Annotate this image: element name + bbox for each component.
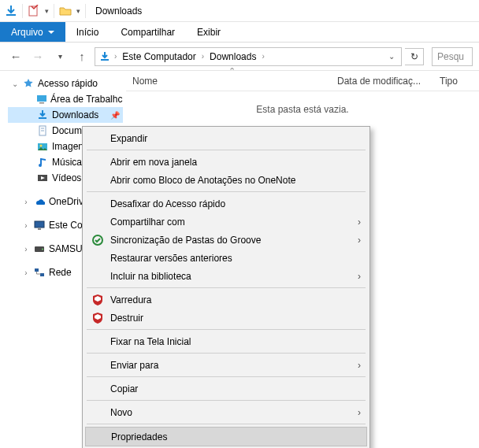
downloads-icon	[98, 50, 111, 63]
ctx-properties[interactable]: Propriedades	[85, 427, 367, 446]
ctx-groove-sync[interactable]: Sincronização de Pastas do Groove›	[85, 231, 367, 249]
ctx-pin-start[interactable]: Fixar na Tela Inicial	[85, 332, 367, 350]
tree-downloads[interactable]: Downloads 📌	[8, 107, 123, 123]
search-placeholder: Pesqu	[437, 51, 464, 62]
nav-row: ← → ▾ ↑ › Este Computador › Downloads › …	[0, 43, 479, 71]
column-headers: ⌃ Nome Data de modificaç... Tipo	[126, 71, 479, 91]
network-icon	[33, 266, 46, 279]
chevron-right-icon: ›	[358, 407, 361, 418]
column-date[interactable]: Data de modificaç...	[331, 76, 433, 87]
ctx-scan[interactable]: Varredura	[85, 291, 367, 309]
downloads-icon	[5, 5, 17, 17]
chevron-down-icon[interactable]: ▾	[76, 7, 80, 15]
ribbon: Arquivo Início Compartilhar Exibir	[0, 22, 479, 43]
breadcrumb-separator[interactable]: ›	[113, 52, 118, 61]
svg-rect-14	[35, 268, 39, 272]
chevron-right-icon[interactable]: ›	[22, 198, 30, 206]
separator	[54, 4, 54, 18]
breadcrumb-segment[interactable]: Este Computador	[120, 51, 198, 62]
mcafee-icon	[90, 294, 106, 306]
chevron-down-icon[interactable]: ▾	[45, 7, 49, 15]
separator	[87, 329, 366, 330]
tab-share[interactable]: Compartilhar	[110, 22, 186, 42]
svg-rect-10	[35, 221, 44, 228]
tab-home[interactable]: Início	[65, 22, 110, 42]
empty-folder-text: Esta pasta está vazia.	[126, 104, 479, 115]
tree-label: Acesso rápido	[38, 78, 98, 89]
ctx-send-to[interactable]: Enviar para›	[85, 356, 367, 374]
column-name[interactable]: Nome	[126, 76, 331, 87]
separator	[85, 4, 86, 18]
up-button[interactable]: ↑	[72, 47, 91, 66]
separator	[87, 287, 366, 288]
separator	[87, 150, 366, 150]
ctx-destroy[interactable]: Destruir	[85, 309, 367, 327]
ctx-unpin-quick-access[interactable]: Desafixar do Acesso rápido	[85, 194, 367, 213]
back-button[interactable]: ←	[6, 47, 25, 66]
pictures-icon	[36, 140, 49, 153]
documents-icon	[36, 124, 49, 137]
separator	[22, 4, 23, 18]
separator	[87, 424, 366, 424]
ctx-include-library[interactable]: Incluir na biblioteca›	[85, 267, 367, 285]
tree-label: Música	[52, 157, 82, 168]
tree-quick-access[interactable]: ⌄ Acesso rápido	[8, 76, 123, 91]
tree-label: Vídeos	[52, 172, 81, 183]
ctx-open-new-window[interactable]: Abrir em nova janela	[85, 153, 367, 171]
breadcrumb-separator[interactable]: ›	[200, 52, 206, 61]
svg-point-8	[39, 164, 42, 167]
tab-view[interactable]: Exibir	[186, 22, 232, 42]
ctx-expand[interactable]: Expandir	[85, 129, 367, 147]
chevron-right-icon: ›	[358, 235, 361, 246]
refresh-button[interactable]: ↻	[405, 48, 424, 65]
svg-rect-2	[39, 102, 44, 104]
ctx-onenote[interactable]: Abrir como Bloco de Anotações no OneNote	[85, 171, 367, 189]
svg-rect-11	[38, 228, 41, 230]
tree-desktop[interactable]: Área de Trabalhc 📌	[8, 91, 123, 107]
svg-point-13	[42, 249, 43, 250]
address-dropdown[interactable]: ⌄	[385, 52, 398, 61]
chevron-right-icon[interactable]: ›	[22, 245, 30, 254]
column-type[interactable]: Tipo	[433, 76, 479, 87]
svg-rect-1	[37, 95, 46, 102]
ctx-restore-versions[interactable]: Restaurar versões anteriores	[85, 249, 367, 267]
folder-icon	[59, 5, 72, 17]
chevron-right-icon: ›	[358, 271, 361, 282]
tree-label: Rede	[49, 267, 72, 278]
ctx-share-with[interactable]: Compartilhar com›	[85, 213, 367, 231]
tree-label: Downloads	[52, 109, 98, 120]
ctx-copy[interactable]: Copiar	[85, 380, 367, 398]
drive-icon	[33, 243, 46, 255]
address-bar[interactable]: › Este Computador › Downloads › ⌄	[95, 47, 402, 66]
desktop-icon	[36, 93, 47, 106]
context-menu: Expandir Abrir em nova janela Abrir como…	[82, 126, 370, 448]
svg-point-7	[40, 145, 43, 147]
music-icon	[36, 156, 49, 168]
groove-icon	[90, 234, 106, 246]
chevron-right-icon[interactable]: ›	[22, 268, 30, 277]
title-bar: ▾ ▾ Downloads	[0, 0, 479, 22]
search-input[interactable]: Pesqu	[432, 47, 473, 66]
breadcrumb-separator[interactable]: ›	[260, 52, 265, 61]
tab-file[interactable]: Arquivo	[0, 22, 65, 42]
chevron-right-icon[interactable]: ›	[22, 221, 30, 230]
properties-quick-icon[interactable]	[28, 5, 40, 17]
downloads-icon	[36, 109, 49, 121]
separator	[87, 353, 366, 354]
chevron-right-icon: ›	[358, 217, 361, 228]
svg-rect-15	[40, 273, 44, 276]
separator	[87, 191, 366, 192]
pin-icon: 📌	[110, 111, 123, 120]
window-title: Downloads	[95, 6, 142, 17]
monitor-icon	[33, 219, 46, 231]
star-icon	[22, 77, 35, 90]
onedrive-icon	[33, 195, 46, 208]
videos-icon	[36, 172, 49, 184]
breadcrumb-segment[interactable]: Downloads	[207, 51, 258, 62]
separator	[87, 400, 366, 401]
tree-label: Área de Trabalhc	[50, 94, 122, 105]
ctx-new[interactable]: Novo›	[85, 403, 367, 421]
recent-dropdown[interactable]: ▾	[50, 47, 69, 66]
forward-button: →	[28, 47, 47, 66]
chevron-down-icon[interactable]: ⌄	[11, 80, 19, 88]
